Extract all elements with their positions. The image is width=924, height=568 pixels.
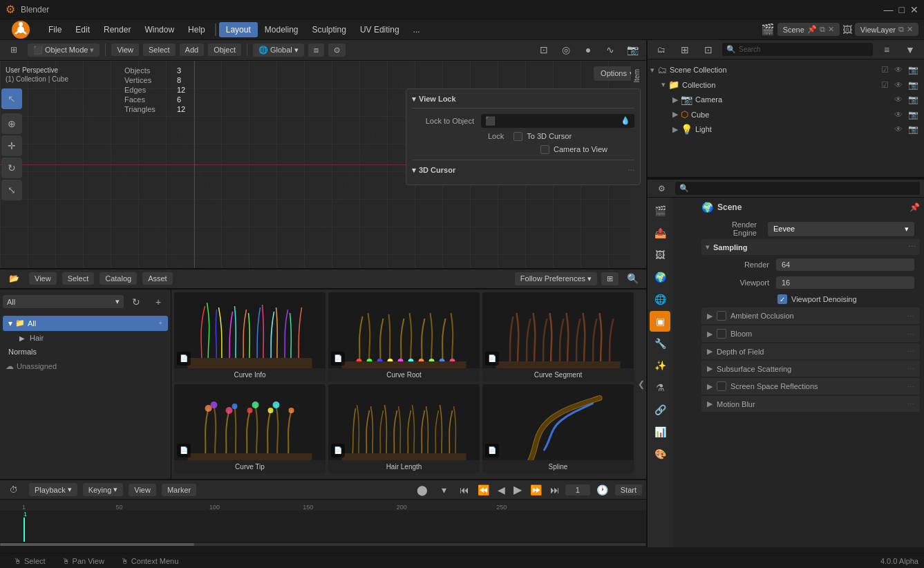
sampling-header[interactable]: ▾ Sampling ⋯	[701, 239, 920, 255]
end-frame-label[interactable]: Start	[615, 484, 642, 495]
side-tab-item[interactable]: Item	[631, 64, 646, 88]
menu-help[interactable]: Help	[181, 22, 212, 37]
keyframe-icon[interactable]: ⬤	[413, 480, 432, 500]
refresh-button[interactable]: ↻	[126, 292, 146, 312]
rotate-tool-button[interactable]: ↻	[1, 158, 22, 178]
scrollbar-thumb[interactable]	[0, 543, 194, 546]
props-search-bar[interactable]: 🔍	[675, 182, 920, 195]
add-menu[interactable]: Add	[180, 44, 205, 56]
asset-asset-menu[interactable]: Asset	[142, 272, 173, 285]
cursor-tool-button[interactable]: ⊕	[1, 113, 22, 134]
lock-to-object-field[interactable]: ⬛ 💧	[481, 114, 634, 128]
ssr-toggle[interactable]	[717, 381, 726, 391]
workspace-tab-uv[interactable]: UV Editing	[353, 22, 406, 37]
asset-select-menu[interactable]: Select	[62, 272, 95, 285]
menu-render[interactable]: Render	[97, 22, 138, 37]
camera-gizmo-icon[interactable]: 📷	[623, 40, 642, 59]
viewport-denoising-checkbox[interactable]: ✓	[777, 294, 787, 304]
outliner-sort-icon[interactable]: ⊞	[675, 40, 695, 59]
interp-dropdown[interactable]: ▾	[435, 480, 454, 500]
asset-grid-view-button[interactable]: ⊞	[601, 272, 619, 285]
timeline-editor-icon[interactable]: ⏱	[4, 480, 23, 500]
outliner-filter-icon[interactable]: ⊡	[699, 40, 718, 59]
marker-menu[interactable]: Marker	[162, 484, 196, 496]
light-render-icon[interactable]: 📷	[908, 124, 918, 134]
render-engine-select[interactable]: Eevee ▾	[768, 222, 914, 236]
collection-render-icon[interactable]: 📷	[908, 80, 918, 90]
camera-vis-icon[interactable]: 👁	[894, 95, 903, 104]
transform-orient[interactable]: 🌐 Global ▾	[253, 44, 304, 57]
asset-editor-type-icon[interactable]: 📂	[4, 269, 23, 288]
asset-browser-collapse-btn[interactable]: ❮	[637, 290, 646, 480]
timeline-view-menu[interactable]: View	[129, 484, 156, 496]
viewlock-collapse-icon[interactable]: ▾	[412, 95, 416, 104]
workspace-tab-layout[interactable]: Layout	[219, 22, 258, 37]
props-tab-render[interactable]: 🎬	[650, 200, 670, 221]
bloom-section[interactable]: ▶ Bloom ⋯	[701, 325, 920, 342]
asset-card-curve-info[interactable]: 📄 Curve Info	[174, 292, 326, 381]
props-tab-physics[interactable]: ⚗	[650, 377, 670, 398]
workspace-tab-sculpting[interactable]: Sculpting	[305, 22, 353, 37]
shading-solid-icon[interactable]: ●	[578, 40, 598, 59]
play-back-button[interactable]: ◀	[495, 483, 508, 497]
object-mode-button[interactable]: ⬛ Object Mode ▾	[28, 44, 100, 57]
props-tab-output[interactable]: 📤	[650, 223, 670, 243]
timeline-track[interactable]: 1	[0, 511, 646, 542]
render-icon[interactable]: 📷	[908, 65, 918, 75]
props-tab-modifier[interactable]: 🔧	[650, 333, 670, 354]
move-tool-button[interactable]: ✛	[1, 135, 22, 156]
play-button[interactable]: ▶	[511, 482, 525, 498]
snap-button[interactable]: ⧈	[308, 44, 324, 57]
outliner-cube[interactable]: ▶ ⬡ Cube 👁 📷	[650, 107, 921, 122]
cursor-section-header[interactable]: ▾ 3D Cursor ⋯	[412, 166, 634, 175]
cube-vis-icon[interactable]: 👁	[894, 110, 903, 120]
editor-type-icon[interactable]: ⊞	[4, 40, 23, 59]
catalog-hair[interactable]: ▶ Hair	[3, 331, 168, 345]
asset-card-curve-root[interactable]: 📄 Curve Root	[328, 292, 480, 381]
visibility-icon[interactable]: 👁	[894, 65, 903, 75]
outliner-editor-icon[interactable]: 🗂	[652, 40, 671, 59]
outliner-light[interactable]: ▶ 💡 Light 👁 📷	[650, 122, 921, 137]
prev-keyframe-button[interactable]: ⏪	[475, 483, 492, 497]
asset-filter-select[interactable]: All ▾	[3, 295, 124, 308]
cube-render-icon[interactable]: 📷	[908, 110, 918, 120]
jump-end-button[interactable]: ⏭	[547, 483, 563, 497]
visibility-checkbox-icon[interactable]: ☑	[881, 65, 889, 75]
render-samples-field[interactable]: 64	[776, 258, 914, 271]
ambient-occlusion-section[interactable]: ▶ Ambient Occlusion ⋯	[701, 307, 920, 324]
motion-blur-section[interactable]: ▶ Motion Blur ⋯	[701, 396, 920, 412]
close-button[interactable]: ✕	[910, 4, 918, 15]
collection-vis-icon[interactable]: 👁	[894, 80, 903, 90]
object-menu[interactable]: Object	[208, 44, 241, 56]
to-3d-cursor-checkbox[interactable]	[513, 132, 522, 141]
catalog-all-add[interactable]: +	[158, 319, 162, 327]
keying-menu[interactable]: Keying ▾	[83, 483, 124, 496]
props-tab-object[interactable]: ▣	[650, 311, 670, 332]
outliner-scene-collection[interactable]: ▾ 🗂 Scene Collection ☑ 👁 📷	[650, 62, 921, 77]
dof-section[interactable]: ▶ Depth of Field ⋯	[701, 343, 920, 359]
outliner-search-bar[interactable]: 🔍 Search	[722, 43, 873, 56]
menu-file[interactable]: File	[41, 22, 68, 37]
props-tab-data[interactable]: 📊	[650, 422, 670, 442]
asset-catalog-menu[interactable]: Catalog	[100, 272, 137, 285]
props-editor-icon[interactable]: ⚙	[652, 179, 671, 198]
3d-viewport[interactable]: ↖ ⊕ ✛ ↻ ⤡ User Perspective (1) Collectio…	[0, 61, 646, 268]
sss-section[interactable]: ▶ Subsurface Scattering ⋯	[701, 361, 920, 377]
add-catalog-button[interactable]: +	[149, 292, 168, 312]
playback-menu[interactable]: Playback ▾	[29, 483, 77, 496]
asset-search-icon[interactable]: 🔍	[623, 269, 642, 288]
camera-render-icon[interactable]: 📷	[908, 95, 918, 104]
props-tab-material[interactable]: 🎨	[650, 444, 670, 464]
outliner-camera[interactable]: ▶ 📷 Camera 👁 📷	[650, 92, 921, 107]
view-menu[interactable]: View	[111, 44, 139, 56]
select-menu[interactable]: Select	[143, 44, 176, 56]
scene-selector[interactable]: Scene 📌 ⧉ ✕	[777, 23, 840, 36]
select-tool-button[interactable]: ↖	[1, 88, 22, 109]
next-keyframe-button[interactable]: ⏩	[527, 483, 545, 497]
ssr-section[interactable]: ▶ Screen Space Reflections ⋯	[701, 378, 920, 395]
props-tab-constraints[interactable]: 🔗	[650, 399, 670, 420]
outliner-collection[interactable]: ▾ 📁 Collection ☑ 👁 📷	[650, 77, 921, 92]
camera-to-view-checkbox[interactable]	[540, 145, 549, 154]
props-tab-view-layer[interactable]: 🖼	[650, 245, 670, 265]
maximize-button[interactable]: □	[899, 4, 905, 15]
